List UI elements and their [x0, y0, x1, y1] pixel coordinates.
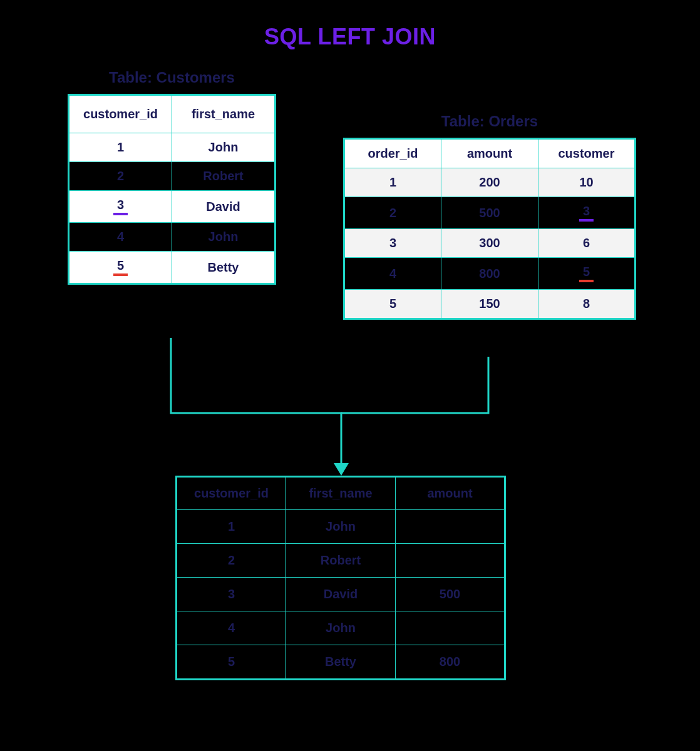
- cell-amount: [396, 544, 505, 578]
- orders-col-customer: customer: [538, 139, 636, 168]
- table-row: 3David500: [177, 578, 505, 611]
- cell-amount: 800: [396, 645, 505, 680]
- customers-col-name: first_name: [172, 95, 275, 133]
- cell-amount: [396, 510, 505, 544]
- cell-first-name: David: [286, 578, 396, 611]
- cell-amount: 800: [441, 258, 538, 290]
- cell-first-name: David: [172, 191, 275, 223]
- cell-customer-id: 3: [69, 191, 172, 223]
- cell-customer-id: 5: [69, 252, 172, 284]
- cell-first-name: John: [172, 223, 275, 252]
- cell-customer-id: 3: [177, 578, 286, 611]
- cell-customer-id: 4: [177, 611, 286, 645]
- table-row: 48005: [344, 258, 636, 290]
- cell-amount: 150: [441, 290, 538, 319]
- table-row: 1John: [177, 510, 505, 544]
- table-row: 2Robert: [69, 162, 275, 191]
- table-row: 4John: [177, 611, 505, 645]
- cell-customer: 6: [538, 229, 636, 258]
- table-row: 4John: [69, 223, 275, 252]
- cell-customer-id: 4: [69, 223, 172, 252]
- cell-order-id: 3: [344, 229, 441, 258]
- table-row: 5Betty800: [177, 645, 505, 680]
- result-table: customer_id first_name amount 1John2Robe…: [175, 476, 506, 680]
- orders-table: order_id amount customer 120010250033300…: [343, 138, 636, 320]
- cell-order-id: 2: [344, 197, 441, 229]
- customers-table: customer_id first_name 1John2Robert3Davi…: [68, 94, 276, 285]
- table-row: 2Robert: [177, 544, 505, 578]
- cell-order-id: 4: [344, 258, 441, 290]
- cell-first-name: John: [286, 611, 396, 645]
- table-row: 3David: [69, 191, 275, 223]
- cell-order-id: 5: [344, 290, 441, 319]
- cell-customer-id: 1: [177, 510, 286, 544]
- customers-table-container: Table: Customers customer_id first_name …: [68, 69, 276, 285]
- result-col-amount: amount: [396, 477, 505, 510]
- result-table-container: customer_id first_name amount 1John2Robe…: [175, 476, 506, 680]
- cell-first-name: Betty: [286, 645, 396, 680]
- cell-amount: 200: [441, 168, 538, 197]
- cell-order-id: 1: [344, 168, 441, 197]
- cell-amount: [396, 611, 505, 645]
- cell-customer: 8: [538, 290, 636, 319]
- cell-first-name: Robert: [286, 544, 396, 578]
- result-col-name: first_name: [286, 477, 396, 510]
- cell-customer: 5: [538, 258, 636, 290]
- orders-col-id: order_id: [344, 139, 441, 168]
- customers-col-id: customer_id: [69, 95, 172, 133]
- cell-customer: 3: [538, 197, 636, 229]
- table-row: 120010: [344, 168, 636, 197]
- cell-amount: 500: [441, 197, 538, 229]
- orders-table-label: Table: Orders: [343, 113, 636, 130]
- cell-customer-id: 2: [69, 162, 172, 191]
- orders-col-amount: amount: [441, 139, 538, 168]
- cell-customer-id: 5: [177, 645, 286, 680]
- table-row: 51508: [344, 290, 636, 319]
- cell-first-name: John: [172, 133, 275, 162]
- result-col-id: customer_id: [177, 477, 286, 510]
- cell-customer-id: 2: [177, 544, 286, 578]
- table-row: 33006: [344, 229, 636, 258]
- orders-table-container: Table: Orders order_id amount customer 1…: [343, 113, 636, 320]
- cell-first-name: John: [286, 510, 396, 544]
- cell-first-name: Robert: [172, 162, 275, 191]
- customers-table-label: Table: Customers: [68, 69, 276, 86]
- table-row: 25003: [344, 197, 636, 229]
- cell-first-name: Betty: [172, 252, 275, 284]
- cell-amount: 300: [441, 229, 538, 258]
- diagram-title: SQL LEFT JOIN: [0, 0, 700, 50]
- cell-customer: 10: [538, 168, 636, 197]
- table-row: 1John: [69, 133, 275, 162]
- table-row: 5Betty: [69, 252, 275, 284]
- cell-amount: 500: [396, 578, 505, 611]
- cell-customer-id: 1: [69, 133, 172, 162]
